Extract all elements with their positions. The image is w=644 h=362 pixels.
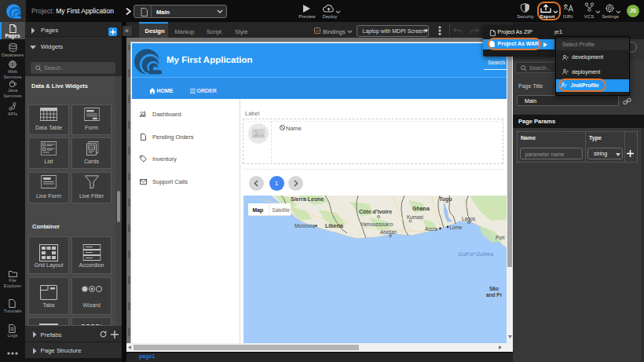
- svg-text:Sierra Leone: Sierra Leone: [291, 196, 324, 202]
- svg-text:and Pr: and Pr: [486, 292, 503, 298]
- svg-text:Ghana: Ghana: [412, 206, 430, 211]
- svg-text:Accra: Accra: [425, 226, 438, 232]
- svg-text:Abidjan: Abidjan: [380, 229, 397, 236]
- svg-text:Satellite: Satellite: [273, 207, 291, 213]
- svg-text:Gulf of Guinea: Gulf of Guinea: [458, 251, 493, 257]
- svg-text:Liberia: Liberia: [325, 223, 343, 229]
- svg-text:Yamoussoukro: Yamoussoukro: [360, 221, 393, 227]
- svg-text:Lome: Lome: [450, 225, 463, 230]
- svg-text:São: São: [489, 286, 499, 291]
- svg-text:Lagos: Lagos: [462, 216, 475, 222]
- svg-text:Côte d'Ivoire: Côte d'Ivoire: [359, 209, 392, 214]
- svg-text:Port: Port: [496, 235, 505, 240]
- svg-text:Kumasi: Kumasi: [407, 214, 423, 220]
- svg-text:Togo: Togo: [439, 196, 452, 203]
- svg-text:Monrovia: Monrovia: [295, 223, 315, 229]
- svg-text:Map: Map: [253, 207, 264, 214]
